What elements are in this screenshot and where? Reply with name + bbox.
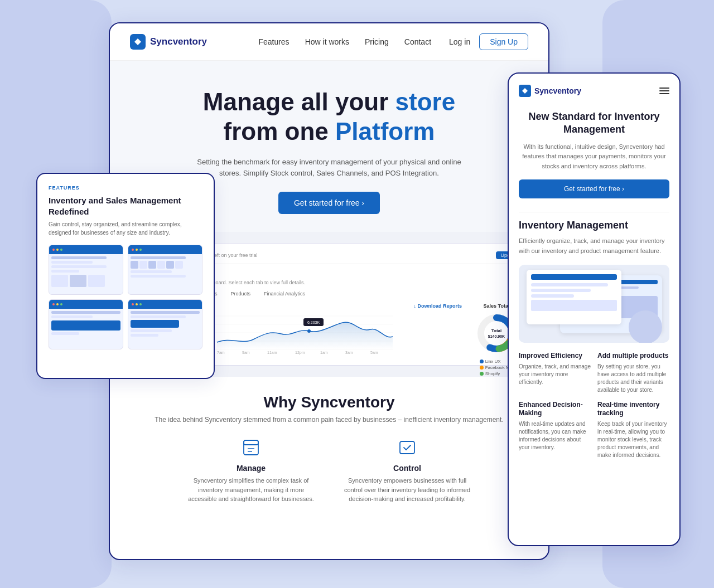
features-grid: Manage Syncventory simplifies the comple… xyxy=(132,437,526,504)
manage-icon xyxy=(240,437,262,458)
nav-pricing[interactable]: Pricing xyxy=(365,37,389,46)
manage-desc: Syncventory simplifies the complex task … xyxy=(184,476,318,504)
svg-text:9am: 9am xyxy=(242,351,250,354)
left-card-tag: FEATURES xyxy=(49,185,202,191)
hero-description: Setting the benchmark for easy inventory… xyxy=(195,157,463,180)
login-button[interactable]: Log in xyxy=(449,37,470,46)
svg-point-12 xyxy=(307,329,311,333)
svg-rect-26 xyxy=(244,440,258,455)
mobile-feature-decision-title: Enhanced Decision-Making xyxy=(519,401,591,418)
mobile-feature-efficiency: Improved Efficiency Organize, track, and… xyxy=(519,352,591,394)
mobile-feature-add-desc: By setting your store, you have access t… xyxy=(597,363,669,394)
mobile-hero-desc: With its functional, intuitive design, S… xyxy=(519,142,669,172)
svg-text:7am: 7am xyxy=(217,351,225,354)
mobile-inventory-desc: Efficiently organize, track, and manage … xyxy=(519,236,669,256)
control-title: Control xyxy=(340,464,474,473)
feature-control: Control Syncventory empowers businesses … xyxy=(340,437,474,504)
manage-title: Manage xyxy=(184,464,318,473)
nav-contact[interactable]: Contact xyxy=(404,37,431,46)
logo-icon xyxy=(130,34,146,50)
left-card: FEATURES Inventory and Sales Management … xyxy=(36,173,215,379)
mini-bar-3 xyxy=(49,300,123,309)
left-card-title: Inventory and Sales Management Redefined xyxy=(49,195,202,217)
feature-manage: Manage Syncventory simplifies the comple… xyxy=(184,437,318,504)
decorative-circle xyxy=(629,310,662,343)
mobile-feature-efficiency-desc: Organize, track, and manage your invento… xyxy=(519,363,591,386)
svg-rect-27 xyxy=(244,440,258,445)
desktop-logo: Syncventory xyxy=(130,34,207,50)
mobile-cta-button[interactable]: Get started for free › xyxy=(519,179,669,198)
mobile-logo-icon xyxy=(519,85,531,97)
mobile-feature-decision-desc: With real-time updates and notifications… xyxy=(519,420,591,451)
nav-auth: Log in Sign Up xyxy=(449,33,528,50)
mobile-features-grid: Improved Efficiency Organize, track, and… xyxy=(519,352,669,459)
screenshot-mini-3 xyxy=(49,299,123,349)
mobile-divider-1 xyxy=(519,212,669,212)
mobile-feature-tracking: Real-time inventory tracking Keep track … xyxy=(597,401,669,459)
hero-headline: Manage all your store from one Platform xyxy=(132,88,526,147)
svg-text:12pm: 12pm xyxy=(295,351,305,355)
nav-how-it-works[interactable]: How it works xyxy=(305,37,349,46)
svg-text:1am: 1am xyxy=(320,351,328,354)
mobile-dash-container xyxy=(527,270,662,338)
mobile-front-card xyxy=(527,270,621,325)
svg-text:11am: 11am xyxy=(267,351,277,354)
svg-text:3am: 3am xyxy=(345,351,353,354)
svg-text:5am: 5am xyxy=(370,351,378,354)
mobile-inventory-section: Inventory Management Efficiently organiz… xyxy=(519,219,669,256)
mobile-feature-tracking-desc: Keep track of your inventory in real-tim… xyxy=(597,420,669,459)
mini-bar-4 xyxy=(128,300,202,309)
svg-text:Total: Total xyxy=(491,328,502,333)
mobile-feature-decision: Enhanced Decision-Making With real-time … xyxy=(519,401,591,459)
why-title: Why Syncventory xyxy=(132,393,526,411)
mobile-feature-add-products: Add multiple products By setting your st… xyxy=(597,352,669,394)
svg-text:$140.90K: $140.90K xyxy=(488,334,505,339)
screenshot-mini-1 xyxy=(49,245,123,295)
sales-total-label: Sales Total xyxy=(484,303,510,309)
mobile-hero: New Standard for Inventory Management Wi… xyxy=(519,110,669,198)
tab-financial[interactable]: Financial Analytics xyxy=(259,290,310,298)
mobile-navbar: Syncventory xyxy=(519,85,669,97)
navbar: Syncventory Features How it works Pricin… xyxy=(110,23,548,61)
hero-cta-button[interactable]: Get started for free › xyxy=(278,192,380,214)
mobile-feature-add-title: Add multiple products xyxy=(597,352,669,361)
nav-features[interactable]: Features xyxy=(258,37,289,46)
hamburger-menu[interactable] xyxy=(659,88,669,94)
nav-links: Features How it works Pricing Contact xyxy=(258,37,431,46)
svg-text:6,203K: 6,203K xyxy=(307,320,320,324)
signup-button[interactable]: Sign Up xyxy=(479,33,528,50)
tab-products[interactable]: Products xyxy=(226,290,255,298)
mobile-feature-efficiency-title: Improved Efficiency xyxy=(519,352,591,361)
control-desc: Syncventory empowers businesses with ful… xyxy=(340,476,474,504)
mobile-inventory-title: Inventory Management xyxy=(519,219,669,232)
why-description: The idea behind Syncventory stemmed from… xyxy=(132,416,526,424)
mobile-feature-tracking-title: Real-time inventory tracking xyxy=(597,401,669,418)
mini-bar-1 xyxy=(49,245,123,254)
right-card: Syncventory New Standard for Inventory M… xyxy=(508,72,681,546)
mobile-dashboard-preview xyxy=(519,265,669,343)
why-section: Why Syncventory The idea behind Syncvent… xyxy=(110,377,548,517)
control-icon xyxy=(397,437,418,458)
mobile-logo: Syncventory xyxy=(519,85,659,97)
left-card-screenshots xyxy=(49,245,202,349)
screenshot-mini-2 xyxy=(128,245,202,295)
left-card-desc: Gain control, stay organized, and stream… xyxy=(49,220,202,237)
mobile-hero-title: New Standard for Inventory Management xyxy=(519,110,669,137)
svg-rect-30 xyxy=(400,441,414,454)
screenshot-mini-4 xyxy=(128,299,202,349)
mini-bar-2 xyxy=(128,245,202,254)
